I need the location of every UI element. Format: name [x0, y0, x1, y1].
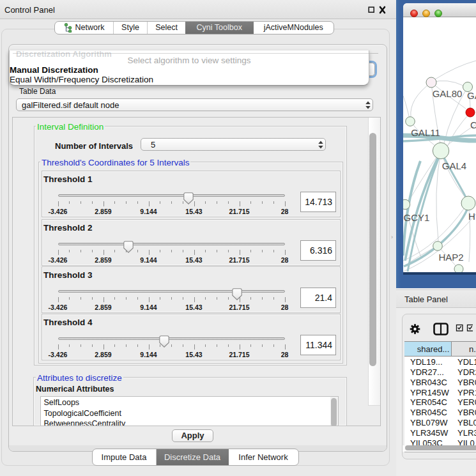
svg-text:GA: GA: [467, 90, 476, 101]
svg-text:GAL4: GAL4: [442, 160, 466, 171]
svg-text:HAP2: HAP2: [438, 252, 463, 263]
svg-text:GCY1: GCY1: [404, 212, 430, 223]
svg-text:GAL80: GAL80: [433, 88, 463, 99]
svg-text:C: C: [470, 119, 476, 130]
svg-text:H: H: [468, 211, 475, 222]
svg-text:GAL11: GAL11: [411, 127, 440, 138]
